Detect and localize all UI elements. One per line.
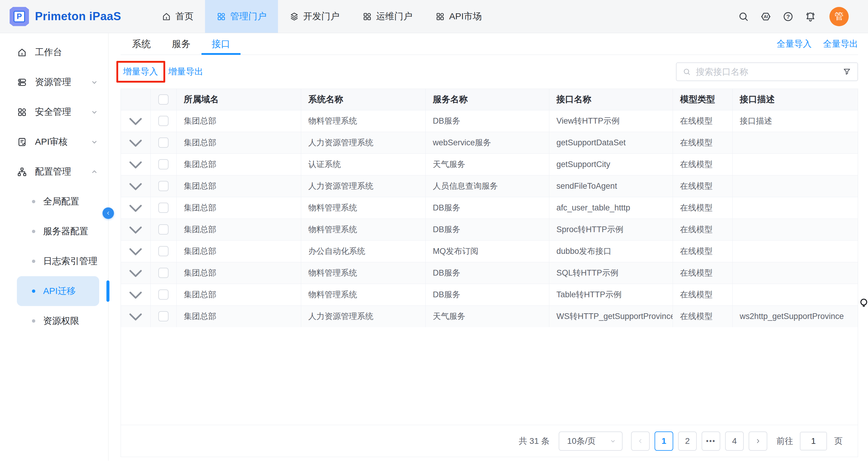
cell-domain: 集团总部 xyxy=(176,240,301,262)
lightbulb-hint-icon[interactable] xyxy=(858,296,868,311)
cell-service: 人员信息查询服务 xyxy=(425,175,549,197)
nav-item[interactable]: 运维门户 xyxy=(351,0,424,33)
search-input[interactable] xyxy=(696,67,838,77)
table-row: 集团总部认证系统天气服务getSupportCity在线模型 xyxy=(121,153,858,175)
row-expander-chevron-icon[interactable] xyxy=(121,306,150,328)
toolbar: 增量导入 增量导出 xyxy=(121,55,858,89)
nav-item[interactable]: API市场 xyxy=(424,0,493,33)
cell-model: 在线模型 xyxy=(673,153,732,175)
incremental-export-link[interactable]: 增量导出 xyxy=(168,66,203,78)
sidebar-subitem-label: 服务器配置 xyxy=(43,225,88,238)
row-checkbox[interactable] xyxy=(158,159,168,170)
row-expander-chevron-icon[interactable] xyxy=(121,110,150,132)
row-expander-chevron-icon[interactable] xyxy=(121,219,150,240)
chevron-down-icon xyxy=(91,79,98,86)
main-frame: 工作台资源管理安全管理API审核配置管理全局配置服务器配置日志索引管理API迁移… xyxy=(0,33,868,461)
chevron-left-icon xyxy=(105,211,111,216)
row-checkbox[interactable] xyxy=(158,116,168,126)
bell-icon[interactable] xyxy=(805,11,816,22)
cell-domain: 集团总部 xyxy=(176,132,301,153)
tab-接口[interactable]: 接口 xyxy=(212,33,230,55)
full-link[interactable]: 全量导入 xyxy=(777,38,812,50)
help-icon[interactable]: ? xyxy=(782,11,794,22)
more-pages-button[interactable]: ••• xyxy=(702,431,720,451)
prev-page-button[interactable] xyxy=(631,431,650,451)
row-checkbox[interactable] xyxy=(158,268,168,278)
sidebar-item[interactable]: 安全管理 xyxy=(0,97,108,127)
row-expander-chevron-icon[interactable] xyxy=(121,176,150,197)
nav-item[interactable]: 开发门户 xyxy=(278,0,351,33)
page-button-2[interactable]: 2 xyxy=(678,431,697,451)
cell-api: WS转HTTP_getSupportProvince xyxy=(549,305,673,327)
page-size-select[interactable]: 10条/页 xyxy=(559,431,623,451)
sidebar-subitem[interactable]: API迁移 xyxy=(17,276,99,306)
topbar: P Primeton iPaaS 首页管理门户开发门户运维门户API市场 AI?… xyxy=(0,0,868,33)
sidebar-subitem-label: 日志索引管理 xyxy=(43,255,97,268)
table-row: 集团总部物料管理系统DB服务Sproc转HTTP示例在线模型 xyxy=(121,219,858,240)
sidebar-item[interactable]: 配置管理 xyxy=(0,157,108,187)
cell-api: sendFileToAgent xyxy=(549,175,673,197)
cell-service: DB服务 xyxy=(425,110,549,132)
server-icon xyxy=(17,77,27,87)
sidebar-item[interactable]: API审核 xyxy=(0,127,108,157)
row-expander-chevron-icon[interactable] xyxy=(121,154,150,175)
filter-funnel-icon[interactable] xyxy=(842,67,851,76)
bullet-icon xyxy=(32,230,35,233)
cell-model: 在线模型 xyxy=(673,219,732,240)
goto-page-input[interactable] xyxy=(800,432,827,451)
sidebar-item-label: 安全管理 xyxy=(35,106,71,118)
avatar[interactable]: 管 xyxy=(829,7,849,26)
tab-服务[interactable]: 服务 xyxy=(172,33,190,55)
pagination-pages: 12•••4 xyxy=(631,431,772,451)
page-button-4[interactable]: 4 xyxy=(725,431,744,451)
full-link[interactable]: 全量导出 xyxy=(823,38,858,50)
sidebar-subitem[interactable]: 全局配置 xyxy=(17,187,99,216)
row-checkbox[interactable] xyxy=(158,311,168,321)
tab-系统[interactable]: 系统 xyxy=(132,33,151,55)
row-expander-chevron-icon[interactable] xyxy=(121,197,150,219)
row-checkbox[interactable] xyxy=(158,137,168,148)
column-header: 接口描述 xyxy=(732,89,858,110)
row-expander-chevron-icon[interactable] xyxy=(121,284,150,305)
app-logo: P Primeton iPaaS xyxy=(0,0,121,33)
ai-icon[interactable]: AI xyxy=(760,11,772,22)
table-row: 集团总部办公自动化系统MQ发布订阅dubbo发布接口在线模型 xyxy=(121,240,858,262)
row-expander-chevron-icon[interactable] xyxy=(121,132,150,153)
cell-domain: 集团总部 xyxy=(176,110,301,132)
row-expander-chevron-icon[interactable] xyxy=(121,262,150,284)
cell-domain: 集团总部 xyxy=(176,219,301,240)
sidebar-item-label: 工作台 xyxy=(35,46,62,59)
sidebar-item-label: 资源管理 xyxy=(35,76,71,88)
nav-item[interactable]: 管理门户 xyxy=(205,0,278,33)
content-area: 系统服务接口 全量导入全量导出 增量导入 增量导出 xyxy=(108,33,868,461)
row-checkbox[interactable] xyxy=(158,203,168,213)
cell-desc xyxy=(732,197,858,219)
column-header: 接口名称 xyxy=(549,89,673,110)
sidebar-item[interactable]: 资源管理 xyxy=(0,67,108,97)
row-checkbox[interactable] xyxy=(158,246,168,256)
sidebar-collapse-button[interactable] xyxy=(102,208,114,219)
sidebar-item[interactable]: 工作台 xyxy=(0,37,108,67)
cell-domain: 集团总部 xyxy=(176,305,301,327)
cell-api: Table转HTTP示例 xyxy=(549,284,673,305)
nav-item[interactable]: 首页 xyxy=(150,0,205,33)
row-expander-chevron-icon[interactable] xyxy=(121,241,150,262)
sidebar-subitem[interactable]: 日志索引管理 xyxy=(17,246,99,276)
row-checkbox[interactable] xyxy=(158,224,168,235)
sidebar-subitem[interactable]: 资源权限 xyxy=(17,306,99,336)
next-page-button[interactable] xyxy=(749,431,767,451)
incremental-import-link[interactable]: 增量导入 xyxy=(123,67,158,76)
cell-model: 在线模型 xyxy=(673,110,732,132)
select-all-checkbox[interactable] xyxy=(158,94,168,104)
page-button-1[interactable]: 1 xyxy=(655,431,673,451)
cell-desc xyxy=(732,132,858,153)
cell-domain: 集团总部 xyxy=(176,153,301,175)
sidebar-subitem[interactable]: 服务器配置 xyxy=(17,216,99,246)
cell-system: 物料管理系统 xyxy=(301,110,425,132)
table-panel: 所属域名系统名称服务名称接口名称模型类型接口描述 集团总部物料管理系统DB服务V… xyxy=(121,89,858,457)
row-checkbox[interactable] xyxy=(158,181,168,191)
grid-icon xyxy=(17,107,27,117)
search-icon[interactable] xyxy=(738,11,749,22)
cell-api: dubbo发布接口 xyxy=(549,240,673,262)
row-checkbox[interactable] xyxy=(158,289,168,300)
